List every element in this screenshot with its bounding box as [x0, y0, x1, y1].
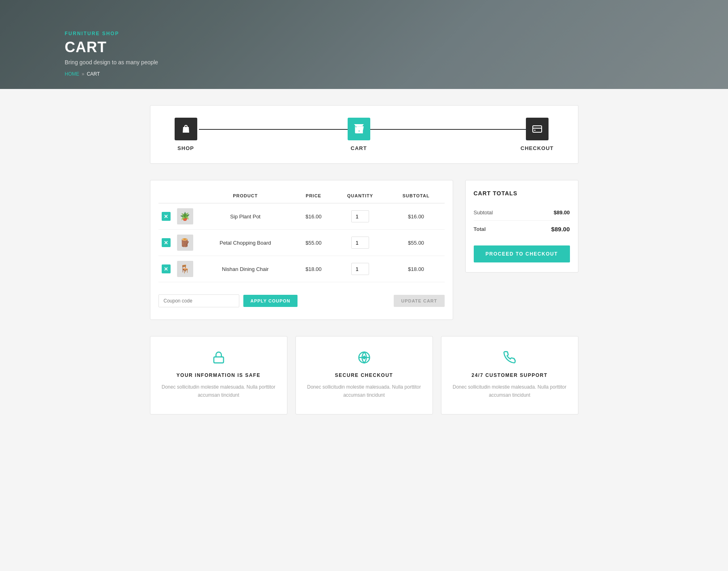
proceed-to-checkout-button[interactable]: PROCEED TO CHECKOUT — [474, 245, 570, 262]
product-name: Petal Chopping Board — [196, 230, 295, 256]
breadcrumb-separator: » — [82, 71, 84, 77]
feature-desc: Donec sollicitudin molestie malesuada. N… — [451, 383, 568, 400]
subtotal-label: Subtotal — [474, 209, 493, 216]
feature-icon — [358, 351, 371, 367]
hero-content: FURNITURE SHOP CART Bring good design to… — [0, 31, 158, 77]
cart-table: PRODUCT PRICE QUANTITY SUBTOTAL ✕ 🪴 Sip … — [158, 188, 445, 282]
svg-point-0 — [357, 133, 358, 133]
step-shop-label: SHOP — [177, 145, 194, 151]
feature-desc: Donec sollicitudin molestie malesuada. N… — [160, 383, 277, 400]
cart-totals-section: CART TOTALS Subtotal $89.00 Total $89.00… — [465, 180, 578, 273]
svg-rect-5 — [214, 357, 224, 363]
feature-card: 24/7 CUSTOMER SUPPORT Donec sollicitudin… — [441, 336, 578, 415]
total-label: Total — [474, 226, 486, 232]
col-subtotal-header: SUBTOTAL — [388, 188, 445, 203]
table-row: ✕ 🪴 Sip Plant Pot $16.00 $16.00 — [158, 203, 445, 230]
cart-table-section: PRODUCT PRICE QUANTITY SUBTOTAL ✕ 🪴 Sip … — [150, 180, 453, 320]
col-image — [174, 188, 196, 203]
update-cart-button[interactable]: UPDATE CART — [394, 295, 444, 307]
product-price: $55.00 — [294, 230, 333, 256]
cart-row: PRODUCT PRICE QUANTITY SUBTOTAL ✕ 🪴 Sip … — [150, 180, 578, 320]
product-price: $18.00 — [294, 256, 333, 282]
remove-item-button[interactable]: ✕ — [162, 264, 171, 273]
feature-title: 24/7 CUSTOMER SUPPORT — [472, 372, 548, 378]
total-value: $89.00 — [551, 226, 570, 233]
hero-shop-label: FURNITURE SHOP — [65, 31, 158, 36]
product-name: Sip Plant Pot — [196, 203, 295, 230]
product-price: $16.00 — [294, 203, 333, 230]
hero-title: CART — [65, 39, 158, 56]
subtotal-value: $89.00 — [554, 209, 570, 216]
step-checkout-icon — [526, 118, 549, 140]
svg-rect-2 — [533, 126, 542, 132]
product-subtotal: $55.00 — [388, 230, 445, 256]
hero-section: FURNITURE SHOP CART Bring good design to… — [0, 0, 728, 89]
feature-title: YOUR INFORMATION IS SAFE — [177, 372, 261, 378]
step-cart: CART — [348, 118, 370, 151]
col-price-header: PRICE — [294, 188, 333, 203]
product-name: Nishan Dining Chair — [196, 256, 295, 282]
step-checkout-label: CHECKOUT — [521, 145, 554, 151]
table-row: ✕ 🪵 Petal Chopping Board $55.00 $55.00 — [158, 230, 445, 256]
hero-subtitle: Bring good design to as many people — [65, 59, 158, 66]
breadcrumb: HOME » CART — [65, 71, 158, 77]
col-remove — [158, 188, 174, 203]
feature-desc: Donec sollicitudin molestie malesuada. N… — [306, 383, 423, 400]
totals-subtotal-row: Subtotal $89.00 — [474, 205, 570, 221]
product-thumbnail: 🪵 — [177, 235, 193, 251]
quantity-input[interactable] — [351, 210, 369, 222]
features-row: YOUR INFORMATION IS SAFE Donec sollicitu… — [150, 336, 578, 415]
product-subtotal: $16.00 — [388, 203, 445, 230]
feature-title: SECURE CHECKOUT — [335, 372, 393, 378]
svg-rect-4 — [534, 130, 536, 131]
col-product-header: PRODUCT — [196, 188, 295, 203]
apply-coupon-button[interactable]: APPLY COUPON — [243, 295, 298, 307]
feature-card: SECURE CHECKOUT Donec sollicitudin moles… — [295, 336, 433, 415]
coupon-input[interactable] — [158, 294, 239, 307]
quantity-input[interactable] — [351, 263, 369, 275]
step-shop: SHOP — [175, 118, 197, 151]
step-cart-icon — [348, 118, 370, 140]
feature-card: YOUR INFORMATION IS SAFE Donec sollicitu… — [150, 336, 287, 415]
steps-wrapper: SHOP CART — [150, 105, 578, 164]
breadcrumb-current: CART — [87, 71, 100, 77]
remove-item-button[interactable]: ✕ — [162, 238, 171, 247]
step-shop-icon — [175, 118, 197, 140]
page-body: SHOP CART — [142, 89, 587, 431]
remove-item-button[interactable]: ✕ — [162, 212, 171, 221]
svg-point-1 — [362, 133, 363, 133]
feature-icon — [503, 351, 516, 367]
totals-total-row: Total $89.00 — [474, 221, 570, 237]
cart-totals-title: CART TOTALS — [474, 190, 570, 197]
step-checkout: CHECKOUT — [521, 118, 554, 151]
feature-icon — [212, 351, 225, 367]
product-thumbnail: 🪑 — [177, 261, 193, 277]
product-subtotal: $18.00 — [388, 256, 445, 282]
breadcrumb-home[interactable]: HOME — [65, 71, 79, 77]
col-quantity-header: QUANTITY — [333, 188, 388, 203]
coupon-row: APPLY COUPON UPDATE CART — [158, 290, 445, 311]
step-cart-label: CART — [351, 145, 367, 151]
steps: SHOP CART — [175, 118, 554, 151]
table-row: ✕ 🪑 Nishan Dining Chair $18.00 $18.00 — [158, 256, 445, 282]
quantity-input[interactable] — [351, 237, 369, 249]
product-thumbnail: 🪴 — [177, 208, 193, 224]
